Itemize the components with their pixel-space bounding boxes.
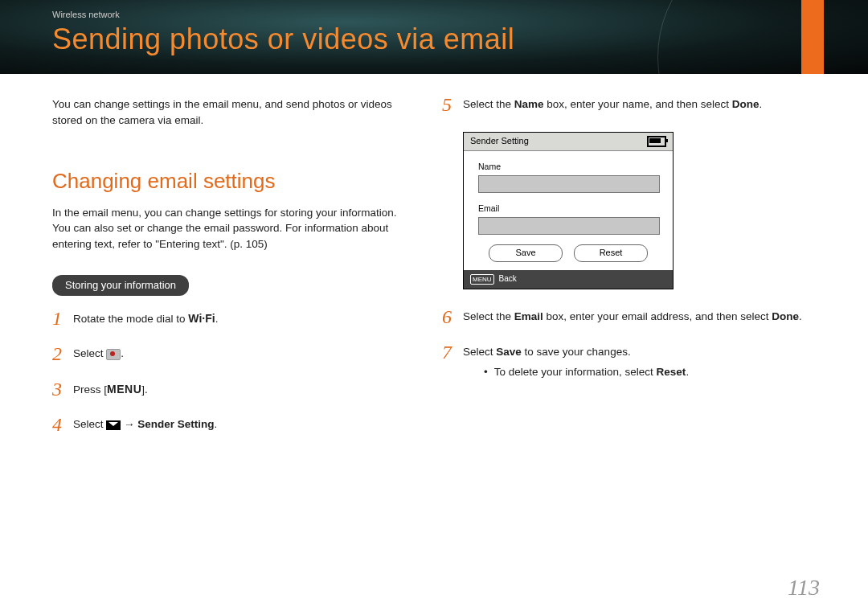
wifi-icon: Wi·Fi — [188, 310, 215, 326]
section-heading: Changing email settings — [52, 166, 414, 197]
done-key: Done — [772, 310, 799, 322]
step-body: Select the Email box, enter your email a… — [463, 309, 804, 328]
step-text: . — [121, 347, 124, 359]
envelope-icon — [106, 420, 121, 430]
name-key: Name — [514, 98, 544, 110]
ss-title: Sender Setting — [470, 135, 529, 148]
right-column: 5 Select the Name box, enter your name, … — [434, 96, 824, 452]
step-text: Select the — [463, 98, 514, 110]
step-text: . — [799, 310, 802, 322]
left-column: You can change settings in the email men… — [52, 96, 434, 452]
step-text: Select — [73, 418, 106, 430]
email-label: Email — [478, 203, 658, 215]
step-text: . — [215, 313, 219, 325]
step-number: 6 — [442, 307, 463, 326]
page-title: Sending photos or videos via email — [52, 23, 514, 56]
step-text: Press [ — [73, 383, 107, 396]
email-field[interactable] — [478, 217, 660, 235]
step-text: box, enter your email address, and then … — [543, 310, 772, 322]
subsection-pill: Storing your information — [52, 275, 189, 297]
back-label: Back — [499, 273, 517, 285]
step-text: Select — [463, 346, 496, 358]
reset-button[interactable]: Reset — [574, 244, 648, 262]
step-text: . — [759, 98, 762, 110]
step-1: 1 Rotate the mode dial to Wi·Fi. — [52, 310, 414, 330]
ss-buttons: Save Reset — [478, 244, 658, 262]
save-button[interactable]: Save — [489, 244, 563, 262]
step-text: ]. — [141, 383, 148, 396]
step-text: Select — [73, 347, 106, 359]
reset-key: Reset — [657, 366, 686, 378]
step-body: Press [MENU]. — [73, 381, 414, 400]
ss-titlebar: Sender Setting — [464, 133, 673, 151]
name-label: Name — [478, 161, 658, 173]
page-header: Wireless network Sending photos or video… — [0, 0, 868, 74]
bullet-text: . — [686, 366, 689, 378]
step-7: 7 Select Save to save your changes. To d… — [442, 344, 804, 380]
step-text: box, enter your name, and then select — [544, 98, 732, 110]
section-text: In the email menu, you can change settin… — [52, 205, 414, 252]
step-number: 7 — [442, 342, 463, 379]
step-body: Select Save to save your changes. To del… — [463, 344, 804, 380]
battery-icon — [647, 136, 666, 147]
sub-bullet: To delete your information, select Reset… — [484, 364, 804, 380]
step-number: 1 — [52, 309, 73, 328]
email-app-icon — [106, 349, 121, 360]
step-3: 3 Press [MENU]. — [52, 381, 414, 400]
email-key: Email — [514, 310, 543, 322]
breadcrumb: Wireless network — [52, 10, 120, 19]
menu-target: Sender Setting — [137, 418, 214, 430]
step-text: Select the — [463, 310, 514, 322]
step-text: to save your changes. — [522, 346, 631, 358]
menu-chip-icon: MENU — [470, 274, 494, 285]
arrow: → — [121, 418, 137, 430]
name-field[interactable] — [478, 175, 660, 193]
step-2: 2 Select . — [52, 346, 414, 365]
step-number: 2 — [52, 344, 73, 363]
step-6: 6 Select the Email box, enter your email… — [442, 309, 804, 328]
step-4: 4 Select → Sender Setting. — [52, 416, 414, 436]
step-body: Rotate the mode dial to Wi·Fi. — [73, 310, 414, 330]
menu-icon: MENU — [107, 381, 141, 397]
step-text: . — [215, 418, 218, 430]
step-body: Select . — [73, 346, 414, 365]
step-body: Select the Name box, enter your name, an… — [463, 96, 804, 116]
camera-screenshot: Sender Setting Name Email Save Reset MEN… — [463, 132, 674, 289]
step-5: 5 Select the Name box, enter your name, … — [442, 96, 804, 116]
step-body: Select → Sender Setting. — [73, 416, 414, 436]
step-number: 3 — [52, 379, 73, 399]
step-number: 5 — [442, 95, 463, 114]
intro-text: You can change settings in the email men… — [52, 96, 414, 128]
step-number: 4 — [52, 415, 73, 434]
step-text: Rotate the mode dial to — [73, 313, 188, 325]
ss-footer: MENU Back — [464, 270, 673, 289]
bullet-text: To delete your information, select — [494, 366, 657, 378]
header-accent — [801, 0, 824, 74]
save-key: Save — [496, 346, 522, 358]
page-number: 113 — [788, 575, 820, 601]
done-key: Done — [732, 98, 760, 110]
ss-body: Name Email Save Reset — [464, 151, 673, 270]
content: You can change settings in the email men… — [0, 74, 868, 452]
